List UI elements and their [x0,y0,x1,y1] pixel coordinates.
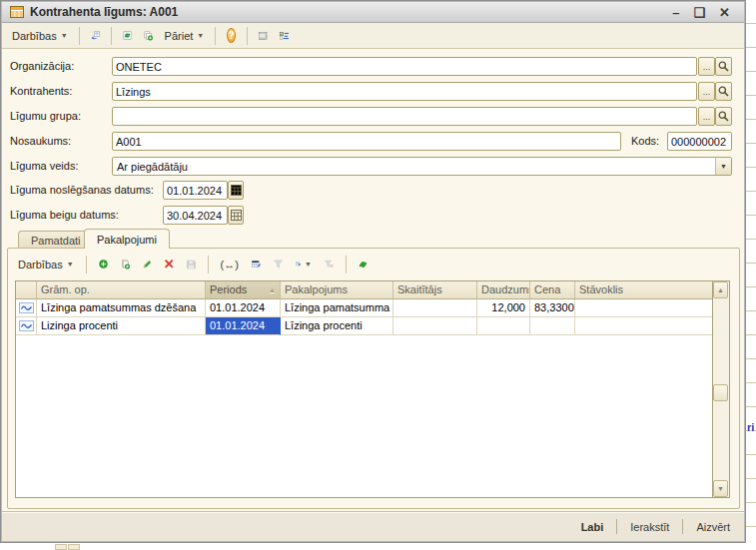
refresh-grid-button[interactable] [355,257,372,273]
beigu-datums-input[interactable] [163,206,228,225]
grid-header-skaititajs[interactable]: Skaitītājs [393,281,477,299]
grid-header-stavoklis[interactable]: Stāvoklis [575,281,712,299]
edit-row-button[interactable] [139,257,156,273]
cell-periods[interactable]: 01.01.2024 [206,299,281,317]
close-button[interactable]: ✕ [719,6,730,19]
cell-stavoklis[interactable] [575,299,712,317]
darbibas-menu-button[interactable]: Darbības ▼ [8,28,72,44]
row-indicator-cell [16,299,37,317]
kods-label: Kods: [631,132,659,151]
beigu-datums-calendar-button[interactable] [228,206,244,225]
cell-cena[interactable]: 83,3300 [530,299,575,317]
nosl-datums-input[interactable] [163,181,228,200]
ellipsis-icon: ... [703,112,711,122]
nosaukums-input[interactable] [112,132,621,151]
ligumu-grupa-input[interactable] [112,107,697,126]
grid-header-cena[interactable]: Cena [530,281,575,299]
darbibas-label: Darbības [12,30,57,42]
grid-header-pakalpojums[interactable]: Pakalpojums [281,281,393,299]
ierakstit-button[interactable]: Ierakstīt [626,519,673,535]
toolbar-separator [208,256,209,274]
grid-header-periods[interactable]: Periods ▲ [206,281,281,299]
pariet-menu-button[interactable]: Pāriet ▼ [161,28,209,44]
cell-periods-selected[interactable]: 01.01.2024 [206,317,281,335]
pariet-label: Pāriet [165,30,194,42]
cell-pakalpojums[interactable]: Līzinga pamatsumma [281,299,393,317]
refresh-window-button[interactable] [119,28,136,44]
table-filter-icon [296,257,301,272]
grid-header-row: Grām. op. Periods ▲ Pakalpojums Skaitītā… [16,281,712,299]
column-label: Grām. op. [41,281,90,298]
table-edit-icon [252,257,261,272]
window-title: Kontrahenta līgums: A001 [30,5,178,19]
scrollbar-thumb[interactable] [713,384,728,401]
cell-cena[interactable] [530,317,575,335]
contract-dialog-window: Kontrahenta līgums: A001 – ❑ ✕ Darbības … [0,0,746,543]
tab-pamatdati[interactable]: Pamatdati [18,231,94,249]
grid-vertical-scrollbar[interactable]: ▲ ▼ [713,280,730,498]
title-bar[interactable]: Kontrahenta līgums: A001 – ❑ ✕ [2,2,744,23]
kontrahents-browse-button[interactable]: ... [698,82,715,101]
calendar-icon [231,185,242,196]
help-button[interactable]: ? [223,28,240,44]
posting-wave-icon [19,302,34,313]
tab-pakalpojumi[interactable]: Pakalpojumi [84,229,170,249]
grid-darbibas-label: Darbības [18,259,63,271]
organizacija-lookup-button[interactable] [715,57,732,76]
labi-button[interactable]: Labi [577,519,608,535]
magnifier-icon [718,61,729,72]
cell-daudzums[interactable]: 12,000 [477,299,530,317]
copy-document-button[interactable] [140,28,157,44]
autofit-columns-button[interactable]: (↔) [217,257,243,273]
table-settings-button[interactable] [248,257,265,273]
ligumu-grupa-browse-button[interactable]: ... [698,107,715,126]
record-list-button[interactable] [255,28,272,44]
cell-skaititajs[interactable] [393,317,477,335]
grid-header-daudzums[interactable]: Daudzums [477,281,530,299]
toolbar-separator [111,27,112,45]
tab-label: Pamatdati [31,235,81,247]
organizacija-label: Organizācija: [10,57,74,76]
ellipsis-icon: ... [703,62,711,72]
scroll-up-button[interactable]: ▲ [713,281,728,298]
cell-stavoklis[interactable] [575,317,712,335]
cell-skaititajs[interactable] [393,299,477,317]
kontrahents-input[interactable] [112,82,697,101]
save-and-return-button[interactable] [87,28,104,44]
minimize-button[interactable]: – [672,6,679,19]
ellipsis-icon: ... [703,87,711,97]
nosl-datums-calendar-button[interactable] [228,181,244,200]
table-icon [10,6,24,18]
organizacija-input[interactable] [112,57,697,76]
filter-settings-button[interactable]: ▼ [292,257,316,273]
table-row[interactable]: Līzinga pamatsummas dzēšana 01.01.2024 L… [16,299,712,317]
grid-darbibas-menu-button[interactable]: Darbības ▼ [14,257,78,273]
clear-filter-button[interactable] [321,257,338,273]
kontrahents-lookup-button[interactable] [715,82,732,101]
grid-header-gram-op[interactable]: Grām. op. [37,281,206,299]
organizacija-browse-button[interactable]: ... [698,57,715,76]
pencil-icon [143,257,152,272]
cell-daudzums[interactable] [477,317,530,335]
save-row-button[interactable] [183,257,200,273]
chevron-down-icon: ▼ [61,32,68,39]
table-row[interactable]: Lizinga procenti 01.01.2024 Līzinga proc… [16,317,712,335]
liguma-veids-select[interactable]: Ar piegādātāju ▼ [112,157,732,176]
grid-header-indicator[interactable] [16,281,37,299]
kods-input[interactable] [667,132,732,151]
cell-gram-op[interactable]: Līzinga pamatsummas dzēšana [37,299,206,317]
liguma-veids-value: Ar piegādātāju [113,161,715,173]
delete-row-button[interactable]: ✕ [161,257,178,273]
ligumu-grupa-lookup-button[interactable] [715,107,732,126]
filter-button[interactable] [270,257,287,273]
chevron-down-icon: ▼ [197,32,204,39]
chevron-down-icon[interactable]: ▼ [715,158,731,175]
scroll-down-button[interactable]: ▼ [713,480,728,497]
cell-gram-op[interactable]: Lizinga procenti [37,317,206,335]
aizvert-button[interactable]: Aizvērt [692,519,734,535]
add-row-button[interactable] [95,257,112,273]
maximize-button[interactable]: ❑ [693,6,705,19]
choose-columns-button[interactable] [276,28,293,44]
cell-pakalpojums[interactable]: Līzinga procenti [281,317,393,335]
copy-row-button[interactable] [117,257,134,273]
